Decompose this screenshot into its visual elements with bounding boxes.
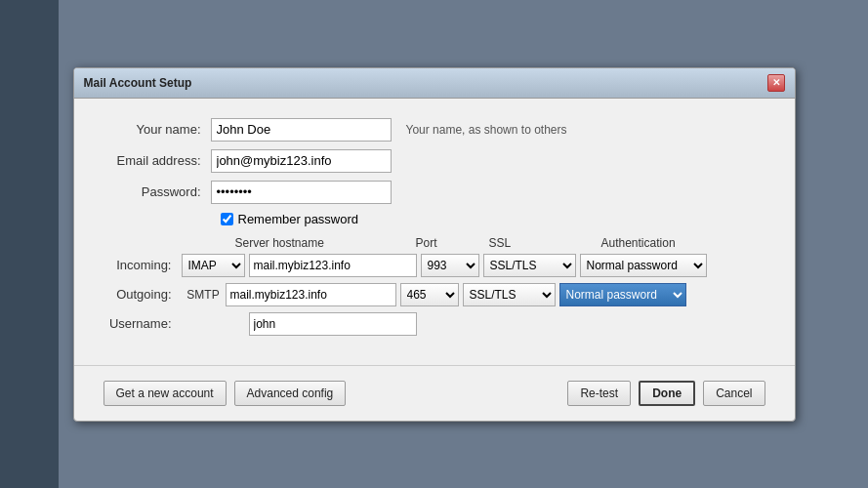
your-name-label: Your name: — [103, 122, 211, 137]
auth-header: Authentication — [601, 236, 738, 250]
dialog-title: Mail Account Setup — [84, 76, 192, 90]
outgoing-server-row: Outgoing: SMTP 465 587 25 None SSL/TLS S… — [103, 283, 765, 306]
dialog-content: Your name: Your name, as shown to others… — [74, 99, 795, 365]
your-name-row: Your name: Your name, as shown to others — [103, 118, 765, 142]
outgoing-hostname-input[interactable] — [226, 283, 396, 306]
title-bar: Mail Account Setup ✕ — [74, 68, 795, 99]
email-row: Email address: — [103, 149, 765, 173]
dialog-buttons: Get a new account Advanced config Re-tes… — [74, 365, 795, 421]
your-name-hint: Your name, as shown to others — [406, 123, 567, 137]
cancel-button[interactable]: Cancel — [703, 381, 765, 406]
hostname-header: Server hostname — [235, 236, 416, 250]
outgoing-type-label: SMTP — [182, 288, 226, 302]
outgoing-auth-select[interactable]: Normal password Encrypted password OAuth… — [559, 283, 686, 306]
remember-password-checkbox[interactable] — [221, 213, 233, 225]
username-row: Username: — [103, 312, 765, 336]
outgoing-label: Outgoing: — [103, 287, 182, 302]
server-section: Server hostname Port SSL Authentication … — [103, 236, 765, 336]
incoming-auth-select[interactable]: Normal password Encrypted password OAuth… — [580, 254, 707, 277]
remember-password-row: Remember password — [221, 212, 765, 226]
advanced-config-button[interactable]: Advanced config — [234, 381, 347, 406]
re-test-button[interactable]: Re-test — [567, 381, 631, 406]
remember-password-label: Remember password — [238, 212, 359, 226]
account-form: Your name: Your name, as shown to others… — [103, 118, 765, 226]
get-new-account-button[interactable]: Get a new account — [103, 381, 227, 406]
password-input[interactable] — [211, 181, 392, 204]
done-button[interactable]: Done — [639, 381, 695, 406]
email-label: Email address: — [103, 153, 211, 168]
right-buttons: Re-test Done Cancel — [567, 381, 765, 406]
ssl-header: SSL — [489, 236, 601, 250]
username-label: Username: — [103, 316, 182, 331]
incoming-hostname-input[interactable] — [249, 254, 417, 277]
outgoing-ssl-select[interactable]: None SSL/TLS STARTTLS — [463, 283, 556, 306]
outgoing-port-select[interactable]: 465 587 25 — [400, 283, 459, 306]
server-headers: Server hostname Port SSL Authentication — [182, 236, 765, 250]
password-row: Password: — [103, 181, 765, 204]
email-input[interactable] — [211, 149, 392, 173]
incoming-port-select[interactable]: 993 143 — [421, 254, 479, 277]
port-header: Port — [416, 236, 489, 250]
incoming-type-select[interactable]: IMAP POP3 — [182, 254, 245, 277]
incoming-server-row: Incoming: IMAP POP3 993 143 None SSL/TLS… — [103, 254, 765, 277]
mail-account-setup-dialog: Mail Account Setup ✕ Your name: Your nam… — [73, 67, 796, 422]
close-button[interactable]: ✕ — [767, 74, 785, 92]
your-name-input[interactable] — [211, 118, 392, 142]
incoming-ssl-select[interactable]: None SSL/TLS STARTTLS — [483, 254, 576, 277]
username-input[interactable] — [249, 312, 417, 336]
incoming-label: Incoming: — [103, 258, 182, 272]
left-buttons: Get a new account Advanced config — [103, 381, 347, 406]
password-label: Password: — [103, 184, 211, 199]
